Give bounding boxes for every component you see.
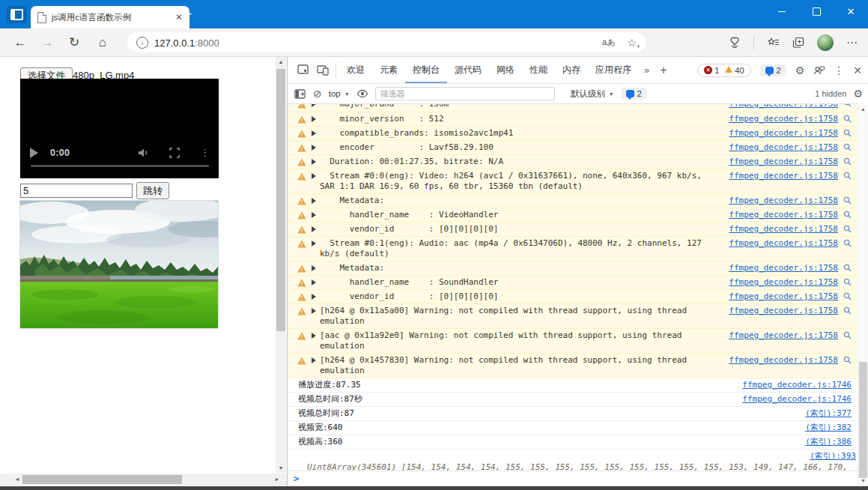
expand-icon[interactable] <box>312 198 316 204</box>
source-link[interactable]: (索引):386 <box>805 437 852 447</box>
console-issues-chip[interactable]: 2 <box>621 88 647 100</box>
expand-icon[interactable] <box>312 357 316 363</box>
tab-network[interactable]: 网络 <box>489 57 522 83</box>
scroll-up-icon[interactable]: ▲ <box>276 57 286 67</box>
address-bar[interactable]: i 127.0.0.1:8000 aあ ☆+ <box>127 32 646 52</box>
expand-icon[interactable] <box>312 265 316 271</box>
source-link[interactable]: ffmpeg_decoder.js:1758 <box>729 355 838 366</box>
expand-icon[interactable] <box>312 241 316 246</box>
refresh-button[interactable]: ↻ <box>63 28 85 56</box>
source-link[interactable]: ffmpeg_decoder.js:1758 <box>729 196 838 206</box>
video-progress-bar[interactable] <box>31 165 209 167</box>
console-warning-row[interactable]: ![h264 @ 0x1457830] Warning: not compile… <box>288 354 868 378</box>
console-warning-row[interactable]: ! Duration: 00:01:27.35, bitrate: N/Affm… <box>288 155 868 169</box>
device-toolbar-icon[interactable] <box>313 61 333 80</box>
close-window-button[interactable]: ✕ <box>834 0 868 23</box>
search-source-icon[interactable] <box>843 104 852 107</box>
search-source-icon[interactable] <box>843 306 852 315</box>
jump-button[interactable]: 跳转 <box>136 182 169 199</box>
expand-icon[interactable] <box>312 145 316 151</box>
settings-more-icon[interactable]: ⋯ <box>846 36 858 49</box>
add-panel-icon[interactable]: + <box>655 64 672 77</box>
favorite-star-icon[interactable]: ☆+ <box>627 37 637 49</box>
expand-icon[interactable] <box>312 294 316 300</box>
console-warning-row[interactable]: ! handler_name : SoundHandlerffmpeg_deco… <box>288 276 868 290</box>
devtools-more-icon[interactable]: ⋮ <box>834 64 844 76</box>
source-link[interactable]: ffmpeg_decoder.js:1758 <box>729 330 838 341</box>
source-link[interactable]: (索引):377 <box>805 408 852 419</box>
tab-elements[interactable]: 元素 <box>372 57 405 83</box>
tab-console[interactable]: 控制台 <box>405 57 447 83</box>
source-link[interactable]: ffmpeg_decoder.js:1758 <box>729 104 838 109</box>
source-link[interactable]: ffmpeg_decoder.js:1758 <box>729 142 838 153</box>
console-log-row[interactable]: 播放进度:87.35ffmpeg_decoder.js:1746 <box>288 378 868 393</box>
tab-close-icon[interactable]: ✕ <box>175 13 183 22</box>
expand-icon[interactable] <box>312 308 316 314</box>
video-player[interactable]: 0:00 ⋮ <box>20 79 219 178</box>
search-source-icon[interactable] <box>843 331 852 339</box>
console-warning-row[interactable]: ! vendor_id : [0][0][0][0]ffmpeg_decoder… <box>288 223 868 237</box>
site-info-icon[interactable]: i <box>136 37 148 49</box>
source-link[interactable]: ffmpeg_decoder.js:1746 <box>742 394 852 405</box>
source-link[interactable]: (索引):393 <box>810 451 856 461</box>
source-link[interactable]: ffmpeg_decoder.js:1758 <box>729 157 838 167</box>
source-link[interactable]: (索引):382 <box>805 423 852 433</box>
devtools-settings-icon[interactable]: ⚙ <box>795 64 805 76</box>
console-warning-row[interactable]: ! Metadata:ffmpeg_decoder.js:1758 <box>288 261 868 276</box>
feedback-icon[interactable] <box>813 65 825 76</box>
devtools-close-icon[interactable]: ✕ <box>853 64 862 76</box>
expand-icon[interactable] <box>312 116 316 122</box>
console-prompt[interactable]: > <box>288 471 868 486</box>
browser-tab[interactable]: js调用c语言函数示例 ✕ <box>31 6 189 28</box>
console-array-row[interactable]: (索引):393 Uint8Array(345601) [154, 154, 1… <box>288 450 868 471</box>
tab-application[interactable]: 应用程序 <box>588 57 639 83</box>
favorites-icon[interactable] <box>767 37 780 49</box>
expand-icon[interactable] <box>312 279 316 285</box>
seek-seconds-input[interactable] <box>20 184 133 198</box>
expand-icon[interactable] <box>312 130 316 136</box>
page-horizontal-scrollbar[interactable]: ◄ ► <box>0 474 287 486</box>
collections-icon[interactable] <box>792 37 804 49</box>
search-source-icon[interactable] <box>843 172 852 180</box>
expand-icon[interactable] <box>312 212 316 218</box>
source-link[interactable]: ffmpeg_decoder.js:1758 <box>729 263 838 273</box>
maximize-button[interactable] <box>799 0 834 23</box>
expand-icon[interactable] <box>312 159 316 165</box>
console-log-row[interactable]: 视频宽:640(索引):382 <box>288 421 868 435</box>
tab-performance[interactable]: 性能 <box>522 57 555 83</box>
console-warning-row[interactable]: ! vendor_id : [0][0][0][0]ffmpeg_decoder… <box>288 290 868 304</box>
errors-warnings-badge[interactable]: ✕1 40 <box>697 64 750 77</box>
console-vertical-scrollbar[interactable]: ▲ ▼ <box>858 103 868 486</box>
console-settings-icon[interactable]: ⚙ <box>853 88 863 100</box>
tab-actions-button[interactable] <box>7 6 27 23</box>
tab-welcome[interactable]: 欢迎 <box>339 57 372 83</box>
search-source-icon[interactable] <box>843 278 852 286</box>
source-link[interactable]: ffmpeg_decoder.js:1758 <box>729 238 838 249</box>
expand-icon[interactable] <box>312 173 316 179</box>
scroll-up-icon[interactable]: ▲ <box>858 104 868 114</box>
search-source-icon[interactable] <box>843 143 852 151</box>
tab-memory[interactable]: 内存 <box>555 57 588 83</box>
minimize-button[interactable] <box>765 0 799 23</box>
search-source-icon[interactable] <box>843 225 852 233</box>
search-source-icon[interactable] <box>843 292 852 300</box>
source-link[interactable]: ffmpeg_decoder.js:1758 <box>729 224 838 235</box>
console-warning-row[interactable]: ! encoder : Lavf58.29.100ffmpeg_decoder.… <box>288 141 868 155</box>
expand-icon[interactable] <box>312 104 316 107</box>
page-vertical-scrollbar[interactable]: ▲ ▼ <box>276 57 286 473</box>
console-warning-row[interactable]: ! minor_version : 512ffmpeg_decoder.js:1… <box>288 112 868 127</box>
search-source-icon[interactable] <box>843 264 852 272</box>
search-source-icon[interactable] <box>843 129 852 137</box>
source-link[interactable]: ffmpeg_decoder.js:1758 <box>729 210 838 220</box>
back-button[interactable]: ← <box>9 28 31 56</box>
source-link[interactable]: ffmpeg_decoder.js:1758 <box>729 291 838 302</box>
search-source-icon[interactable] <box>843 356 852 364</box>
inspect-element-icon[interactable] <box>294 61 313 80</box>
play-icon[interactable] <box>30 148 38 158</box>
source-link[interactable]: ffmpeg_decoder.js:1758 <box>729 114 838 124</box>
console-warning-row[interactable]: ![aac @ 0x11a92e0] Warning: not compiled… <box>288 329 868 354</box>
console-warning-row[interactable]: ! compatible_brands: isomiso2avc1mp41ffm… <box>288 127 868 141</box>
console-log-row[interactable]: 视频总时间:87秒ffmpeg_decoder.js:1746 <box>288 393 868 407</box>
home-button[interactable]: ⌂ <box>91 28 114 56</box>
console-warning-row[interactable]: ! Stream #0:0(eng): Video: h264 (avc1 / … <box>288 169 868 194</box>
